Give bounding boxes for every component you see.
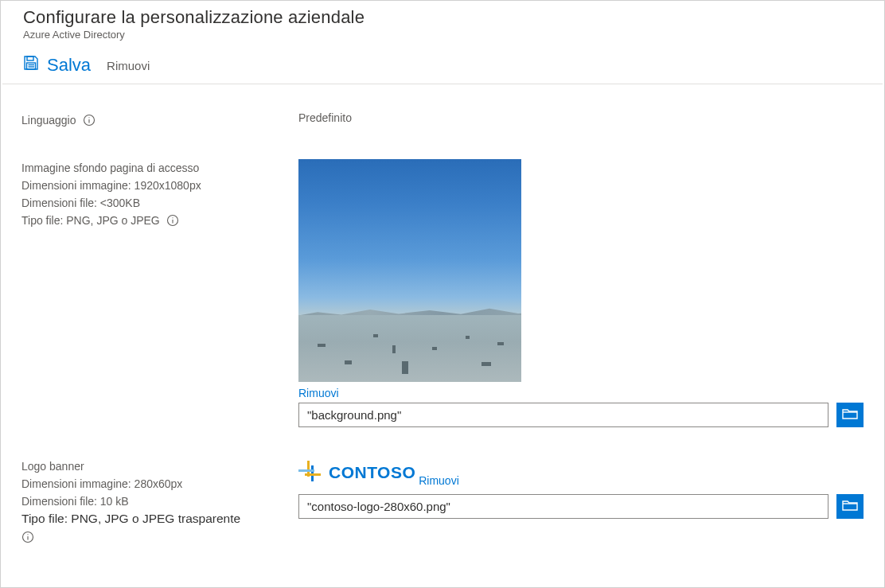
logo-section: Logo banner Dimensioni immagine: 280x60p…	[21, 458, 864, 548]
info-icon[interactable]	[166, 214, 179, 227]
save-button-label: Salva	[47, 55, 91, 76]
background-section: Immagine sfondo pagina di accesso Dimens…	[21, 159, 864, 427]
background-filesize: Dimensioni file: <300KB	[21, 194, 298, 212]
svg-point-12	[27, 534, 28, 535]
browse-button[interactable]	[836, 494, 864, 519]
info-icon[interactable]	[21, 531, 34, 543]
remove-button[interactable]: Rimuovi	[107, 59, 150, 72]
svg-rect-0	[27, 56, 33, 60]
svg-point-9	[172, 217, 173, 218]
background-filetype: Tipo file: PNG, JPG o JPEG	[21, 212, 160, 229]
logo-label: Logo banner	[21, 458, 298, 475]
svg-rect-1	[27, 63, 36, 69]
logo-remove-link[interactable]: Rimuovi	[419, 474, 459, 487]
page-subtitle: Azure Active Directory	[23, 29, 865, 41]
save-icon	[23, 55, 39, 76]
svg-point-6	[88, 117, 89, 118]
logo-filesize: Dimensioni file: 10 kB	[21, 493, 298, 510]
language-value: Predefinito	[298, 111, 864, 124]
logo-filetype: Tipo file: PNG, JPG o JPEG trasparente	[21, 510, 298, 528]
language-label: Linguaggio	[21, 111, 76, 129]
info-icon[interactable]	[83, 114, 96, 127]
page-header: Configurare la personalizzazione azienda…	[1, 1, 884, 44]
content-area: Linguaggio Predefinito Immagine sfondo p…	[2, 84, 883, 548]
logo-image-preview: CONTOSO	[298, 458, 415, 493]
folder-icon	[842, 407, 858, 423]
save-button[interactable]: Salva	[23, 55, 91, 76]
toolbar: Salva Rimuovi	[1, 44, 884, 84]
background-dimensions: Dimensioni immagine: 1920x1080px	[21, 177, 298, 194]
page-title: Configurare la personalizzazione azienda…	[23, 7, 865, 28]
background-image-preview	[298, 159, 521, 382]
folder-icon	[842, 499, 858, 514]
background-file-input[interactable]	[298, 403, 828, 427]
logo-brand-text: CONTOSO	[329, 463, 415, 482]
language-row: Linguaggio Predefinito	[21, 111, 864, 129]
background-remove-link[interactable]: Rimuovi	[298, 387, 339, 399]
logo-dimensions: Dimensioni immagine: 280x60px	[21, 475, 298, 493]
browse-button[interactable]	[836, 403, 864, 427]
background-label: Immagine sfondo pagina di accesso	[21, 159, 298, 177]
contoso-mark-icon	[298, 461, 322, 485]
logo-file-input[interactable]	[298, 494, 828, 519]
